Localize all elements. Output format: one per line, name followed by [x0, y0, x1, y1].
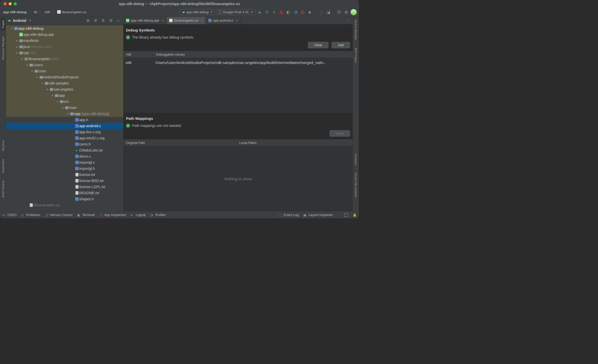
project-tree[interactable]: ▾app-x86-debugapp-x86-debug.apk▸manifest…	[6, 24, 123, 211]
tree-item[interactable]: ▸manifests	[6, 38, 123, 44]
attach-debugger-button[interactable]: 🐞	[300, 9, 305, 15]
tree-arrow-icon[interactable]: ▾	[36, 76, 39, 79]
tree-item[interactable]: shapes.h	[6, 196, 123, 202]
select-opened-file-button[interactable]: ⊕	[85, 18, 91, 23]
breadcrumb-file[interactable]: libsanangeles.so	[56, 10, 87, 14]
avd-manager-button[interactable]: ◪	[326, 9, 331, 15]
tree-item[interactable]: ▾AndroidStudioProjects	[6, 74, 123, 80]
library-header[interactable]: Debuggable Library	[152, 53, 353, 56]
app-inspection-tool-button[interactable]: 🐞App Inspection	[99, 213, 126, 217]
todo-tool-button[interactable]: ≔TODO	[2, 213, 17, 217]
tree-arrow-icon[interactable]: ▾	[61, 106, 65, 109]
close-tab-icon[interactable]: ×	[201, 19, 203, 22]
breadcrumb-project[interactable]: app-x86-debug	[2, 10, 27, 14]
version-control-tool-button[interactable]: ⎇Version Control	[45, 213, 72, 217]
tree-item[interactable]: importgl.h	[6, 166, 123, 172]
tree-arrow-icon[interactable]: ▾	[20, 57, 24, 61]
project-tool-button[interactable]: Project	[1, 18, 5, 30]
tree-arrow-icon[interactable]: ▾	[30, 70, 34, 73]
logcat-tool-button[interactable]: ≡Logcat	[131, 213, 146, 217]
event-log-tool-button[interactable]: ◌Event Log	[279, 213, 299, 217]
tree-item[interactable]: ▾cpp(lib)	[6, 50, 123, 56]
tree-item[interactable]: license-BSD.txt	[6, 178, 123, 184]
expand-all-button[interactable]: ⇵	[93, 18, 98, 23]
close-tab-icon[interactable]: ×	[162, 19, 164, 22]
close-window-button[interactable]	[4, 2, 7, 5]
resource-manager-tool-button[interactable]: Resource Manager	[1, 35, 5, 61]
run-configuration-dropdown[interactable]: ▰ app-x86-debug ▼	[180, 9, 215, 15]
tree-item[interactable]: app.h	[6, 117, 123, 123]
debug-button[interactable]: 🐞	[278, 9, 284, 15]
tree-item[interactable]: ▾ndk-samples	[6, 80, 123, 86]
editor-tab-apk[interactable]: app-x86-debug.apk ×	[123, 17, 167, 24]
emulator-tool-button[interactable]: Emulator	[354, 152, 358, 167]
bookmarks-tool-button[interactable]: Bookmarks	[1, 157, 5, 174]
device-manager-tool-button[interactable]: Device Manager	[354, 18, 358, 42]
panel-options-button[interactable]: ⚙	[108, 18, 114, 23]
problems-tool-button[interactable]: ⚠Problems	[21, 213, 40, 217]
user-avatar[interactable]	[351, 9, 357, 15]
tree-arrow-icon[interactable]: ▾	[25, 63, 29, 67]
build-variants-tool-button[interactable]: Build Variants	[1, 179, 5, 199]
tree-item[interactable]: ▾User	[6, 68, 123, 74]
zoom-window-button[interactable]	[14, 2, 17, 5]
stop-button[interactable]: ■	[307, 9, 312, 15]
profiler-tool-button[interactable]: ◔Profiler	[150, 213, 166, 217]
breadcrumb-arch[interactable]: x86	[43, 10, 51, 14]
breadcrumb-lib[interactable]: lib	[33, 10, 38, 14]
tree-item[interactable]: libsanangeles.so	[6, 202, 123, 208]
project-view-dropdown[interactable]: Android	[13, 19, 26, 23]
coverage-button[interactable]: ◧	[286, 9, 291, 15]
settings-button[interactable]	[343, 9, 349, 15]
tree-item[interactable]: importgl.c	[6, 159, 123, 166]
apk-project-tool-button[interactable]: APK Project	[354, 46, 358, 64]
close-tab-icon[interactable]: ×	[236, 19, 238, 22]
tree-item[interactable]: ▾app-x86-debug	[6, 25, 123, 31]
tree-item[interactable]: demo.c	[6, 153, 123, 159]
tree-item[interactable]: license.txt	[6, 172, 123, 178]
tab-overflow-button[interactable]: ⋮	[344, 17, 353, 24]
layout-inspector-tool-button[interactable]: ▣Layout Inspector	[303, 213, 333, 217]
device-dropdown[interactable]: Google Pixel 4 XL ▼	[216, 9, 256, 15]
clear-symbols-button[interactable]: Clear	[308, 42, 328, 48]
original-path-header[interactable]: Original Path	[123, 139, 235, 146]
tree-item[interactable]: ▾libsanangeles(x86)	[6, 56, 123, 62]
tree-item[interactable]: app-linx.c.org	[6, 129, 123, 135]
local-paths-header[interactable]: Local Paths	[235, 141, 353, 145]
tree-arrow-icon[interactable]: ▾	[46, 88, 49, 91]
tree-arrow-icon[interactable]: ▾	[10, 27, 14, 30]
tree-arrow-icon[interactable]: ▸	[15, 45, 19, 48]
abi-header[interactable]: ABI	[123, 51, 152, 58]
tree-item[interactable]: app-win32.c.org	[6, 135, 123, 141]
tree-item[interactable]: license-LGPL.txt	[6, 184, 123, 190]
terminal-tool-button[interactable]: ▣Terminal	[77, 213, 95, 217]
tree-item[interactable]: ▾app	[6, 92, 123, 98]
tree-arrow-icon[interactable]: ▾	[51, 94, 54, 97]
tree-item[interactable]: ▾cpp[app-x86-debug]	[6, 111, 123, 117]
structure-tool-button[interactable]: Structure	[1, 138, 5, 153]
tree-arrow-icon[interactable]: ▾	[66, 112, 70, 115]
apply-changes-button[interactable]: ↻	[264, 9, 270, 15]
tree-item[interactable]: ▾Users	[6, 62, 123, 68]
add-symbols-button[interactable]: Add	[332, 42, 350, 48]
search-button[interactable]	[336, 9, 342, 15]
clear-mappings-button[interactable]: Clear	[329, 130, 350, 137]
tree-item[interactable]: cams.h	[6, 141, 123, 147]
symbols-table-row[interactable]: x86 /Users/User/AndroidStudioProjects/nd…	[123, 58, 353, 67]
tree-item[interactable]: app-x86-debug.apk	[6, 31, 123, 38]
profile-button[interactable]: ◔	[293, 9, 298, 15]
editor-tab-c[interactable]: app-android.c ×	[206, 17, 241, 24]
tree-item[interactable]: ▸java(classes.dex)	[6, 44, 123, 50]
sync-button[interactable]: ⬚	[319, 9, 324, 15]
tree-item[interactable]: app-android.c	[6, 123, 123, 129]
run-button[interactable]: ▶	[257, 9, 263, 15]
tree-arrow-icon[interactable]: ▾	[56, 100, 59, 103]
tree-item[interactable]: CMakeLists.txt	[6, 147, 123, 153]
editor-tab-so[interactable]: libsanangeles.so ×	[167, 17, 206, 24]
collapse-all-button[interactable]: ⇅	[100, 18, 106, 23]
apply-code-changes-button[interactable]: ≡	[271, 9, 277, 15]
tree-arrow-icon[interactable]: ▾	[41, 82, 44, 85]
lock-icon[interactable]: 🔒	[353, 213, 357, 217]
tree-item[interactable]: ▾main	[6, 105, 123, 111]
tree-item[interactable]: ▾src	[6, 98, 123, 105]
